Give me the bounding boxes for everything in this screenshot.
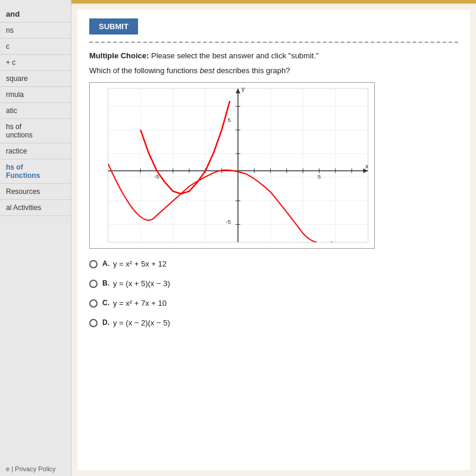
main-content: SUBMIT Multiple Choice: Please select th… [71, 0, 476, 476]
sidebar-item-ractice[interactable]: ractice [0, 143, 71, 159]
sidebar-item-ns[interactable]: ns [0, 23, 71, 39]
answer-text-d: y = (x − 2)(x − 5) [113, 318, 170, 327]
answer-text-a: y = x² + 5x + 12 [113, 259, 167, 268]
answer-choice-a[interactable]: A. y = x² + 5x + 12 [89, 259, 458, 268]
radio-d[interactable] [89, 319, 98, 327]
x-label-pos5: 5 [318, 173, 321, 180]
footer: e | Privacy Policy [0, 462, 71, 476]
question-instruction: Multiple Choice: Please select the best … [89, 51, 458, 60]
answer-text-b: y = (x + 5)(x − 3) [113, 279, 170, 288]
sidebar-top-label: and [0, 6, 71, 23]
answer-choice-c[interactable]: C. y = x² + 7x + 10 [89, 299, 458, 308]
answer-label-b: B. [102, 279, 109, 287]
y-label-pos5: 5 [227, 117, 231, 123]
answer-text-c: y = x² + 7x + 10 [113, 299, 167, 308]
submit-button[interactable]: SUBMIT [89, 18, 138, 35]
answer-label-a: A. [102, 259, 109, 268]
sidebar-item-hs-of-functions[interactable]: hs of unctions [0, 119, 71, 143]
multiple-choice-label: Multiple Choice: [89, 51, 149, 60]
sidebar-item-square[interactable]: square [0, 71, 71, 87]
divider [89, 42, 458, 43]
radio-b[interactable] [89, 280, 98, 288]
footer-privacy-policy[interactable]: Privacy Policy [15, 465, 55, 472]
instruction-text: Please select the best answer and click … [151, 51, 319, 60]
y-axis-label: y [242, 85, 245, 92]
sidebar-item-plus-c[interactable]: + c [0, 55, 71, 71]
answer-label-d: D. [102, 318, 109, 327]
answer-choice-d[interactable]: D. y = (x − 2)(x − 5) [89, 318, 458, 327]
radio-a[interactable] [89, 260, 98, 268]
top-bar [71, 0, 476, 4]
graph-svg: x y -5 5 5 -5 [90, 83, 374, 248]
sidebar-item-atic[interactable]: atic [0, 103, 71, 119]
question-text: Which of the following functions best de… [89, 66, 458, 75]
radio-c[interactable] [89, 299, 98, 308]
y-label-neg5: -5 [226, 218, 231, 225]
sidebar-item-rmula[interactable]: rmula [0, 87, 71, 103]
x-axis-label: x [365, 162, 369, 170]
answer-label-c: C. [102, 299, 109, 307]
sidebar-item-al-activities[interactable]: al Activities [0, 200, 71, 216]
sidebar: and ns c + c square rmula atic hs of unc… [0, 0, 71, 476]
sidebar-item-hs-of-functions2[interactable]: hs of Functions [0, 159, 71, 184]
content-area: SUBMIT Multiple Choice: Please select th… [77, 10, 470, 470]
answer-choice-b[interactable]: B. y = (x + 5)(x − 3) [89, 279, 458, 288]
sidebar-item-resources[interactable]: Resources [0, 184, 71, 200]
graph-container: x y -5 5 5 -5 [89, 82, 375, 249]
footer-link-e[interactable]: e [6, 465, 10, 472]
sidebar-item-c[interactable]: c [0, 39, 71, 55]
